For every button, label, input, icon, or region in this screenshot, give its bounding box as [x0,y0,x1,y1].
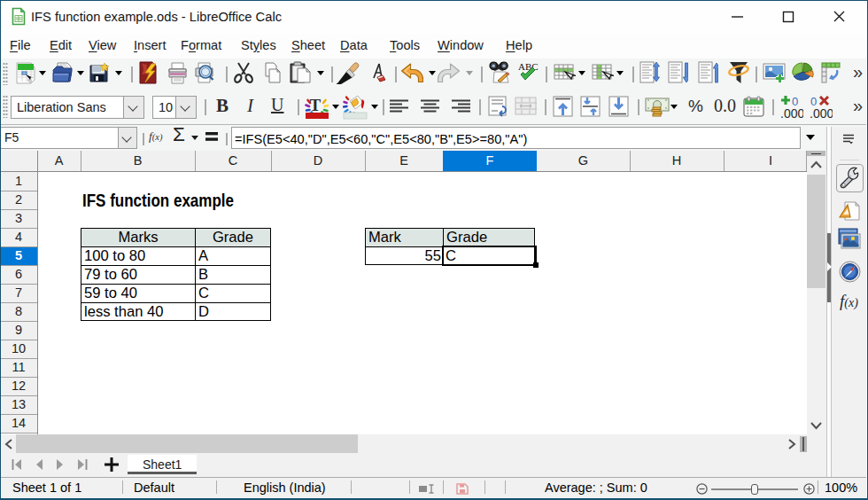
svg-text:.000: .000 [780,106,803,119]
svg-text:.000: .000 [810,106,833,119]
svg-text:T: T [310,96,322,114]
